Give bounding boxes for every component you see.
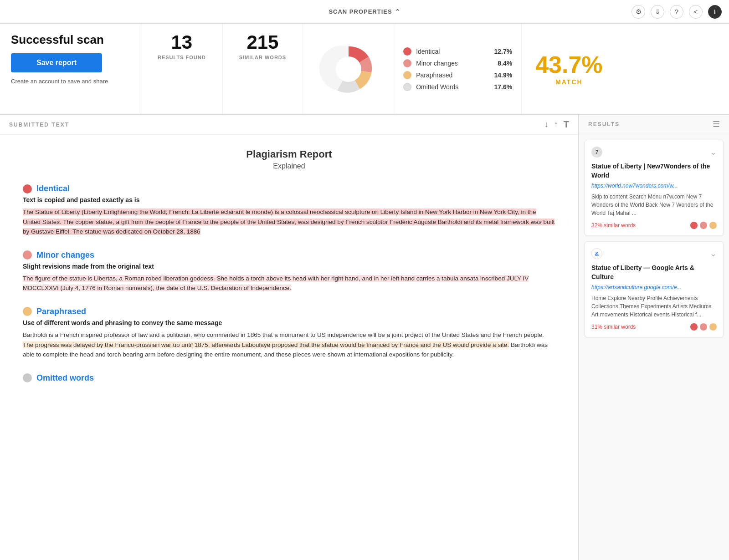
section-minor: Minor changes Slight revisions made from… — [23, 250, 555, 293]
result-dot-identical-2 — [690, 323, 698, 331]
results-title: RESULTS — [588, 121, 620, 127]
report-title: Plagiarism Report — [23, 148, 555, 160]
success-title: Successful scan — [11, 33, 130, 47]
section-paraphrased-header: Paraphrased — [23, 307, 555, 316]
identical-highlighted: The Statue of Liberty (Liberty Enlighten… — [23, 209, 554, 235]
pie-center — [336, 56, 361, 82]
pie-chart-section — [303, 24, 394, 114]
section-omitted: Omitted words — [23, 373, 555, 383]
alert-icon[interactable]: ! — [708, 5, 722, 19]
type-name-paraphrased: Paraphrased — [36, 307, 86, 316]
font-size-icon[interactable]: T — [564, 119, 569, 130]
settings-icon[interactable]: ⚙ — [631, 5, 645, 19]
dot-paraphrased — [23, 307, 32, 316]
legend-identical: Identical 12.7% — [403, 47, 512, 56]
top-bar: SCAN PROPERTIES ⌃ ⚙ ⇓ ? < ! — [0, 0, 729, 24]
filter-icon[interactable]: ☰ — [713, 119, 720, 129]
arrow-up-icon[interactable]: ↑ — [554, 120, 558, 129]
submitted-text-header: SUBMITTED TEXT ↓ ↑ T — [0, 115, 578, 135]
arrow-down-icon[interactable]: ↓ — [544, 120, 549, 129]
identical-text: The Statue of Liberty (Liberty Enlighten… — [23, 207, 555, 237]
result-dropdown-2[interactable]: ⌄ — [710, 249, 717, 259]
result-dot-paraphrased-1 — [709, 222, 717, 229]
type-name-minor: Minor changes — [36, 250, 94, 260]
legend-dot-identical — [403, 47, 411, 56]
match-percentage: 43.7% — [535, 53, 602, 76]
section-omitted-header: Omitted words — [23, 373, 555, 383]
result-card-2-header: & ⌄ — [591, 248, 717, 259]
stats-row: Successful scan Save report Create an ac… — [0, 24, 729, 115]
result-similarity-2: 31% similar words — [591, 324, 636, 330]
success-section: Successful scan Save report Create an ac… — [0, 24, 141, 114]
dot-minor — [23, 250, 32, 260]
dot-identical — [23, 184, 32, 193]
result-dots-1 — [690, 222, 717, 229]
section-paraphrased: Paraphrased Use of different words and p… — [23, 307, 555, 360]
help-icon[interactable]: ? — [670, 5, 683, 19]
type-name-omitted: Omitted words — [36, 373, 94, 383]
legend-label-omitted: Omitted Words — [416, 83, 489, 91]
results-found-number: 13 — [158, 33, 206, 52]
legend-pct-minor: 8.4% — [494, 60, 512, 67]
minor-text: The figure of the statue is Libertas, a … — [23, 274, 555, 293]
result-favicon-1: 7 — [591, 147, 602, 158]
match-section: 43.7% MATCH — [522, 24, 616, 114]
chevron-up-icon: ⌃ — [395, 8, 400, 15]
results-found-block: 13 RESULTS FOUND — [141, 24, 223, 114]
result-dot-paraphrased-2 — [709, 323, 717, 331]
result-title-1: Statue of Liberty | New7Wonders of the W… — [591, 162, 717, 180]
legend-label-minor: Minor changes — [416, 60, 489, 67]
legend-pct-identical: 12.7% — [494, 48, 512, 55]
top-bar-icons: ⚙ ⇓ ? < ! — [631, 5, 722, 19]
legend-dot-minor — [403, 59, 411, 67]
report-content: Plagiarism Report Explained Identical Te… — [0, 135, 578, 410]
section-identical: Identical Text is copied and pasted exac… — [23, 184, 555, 237]
results-found-label: RESULTS FOUND — [158, 55, 206, 60]
result-dot-minor-1 — [700, 222, 707, 229]
download-icon[interactable]: ⇓ — [651, 5, 664, 19]
paraphrased-text: Bartholdi is a French inspired professor… — [23, 330, 555, 360]
result-dot-minor-2 — [700, 323, 707, 331]
section-minor-header: Minor changes — [23, 250, 555, 260]
save-report-button[interactable]: Save report — [11, 53, 102, 72]
section-identical-header: Identical — [23, 184, 555, 193]
legend-label-identical: Identical — [416, 48, 489, 55]
legend-section: Identical 12.7% Minor changes 8.4% Parap… — [394, 24, 522, 114]
result-dropdown-1[interactable]: ⌄ — [710, 147, 717, 157]
result-card-1-header: 7 ⌄ — [591, 147, 717, 158]
minor-highlighted: The figure of the statue is Libertas, a … — [23, 275, 529, 292]
legend-pct-omitted: 17.6% — [494, 83, 512, 91]
results-header: RESULTS ☰ — [579, 115, 729, 134]
dot-omitted — [23, 373, 32, 382]
minor-desc: Slight revisions made from the original … — [23, 263, 555, 270]
result-footer-2: 31% similar words — [591, 323, 717, 331]
result-card-2: & ⌄ Statue of Liberty — Google Arts & Cu… — [585, 241, 724, 337]
similar-words-number: 215 — [239, 33, 286, 52]
result-snippet-1: Skip to content Search Menu n7w.com New … — [591, 193, 717, 217]
panel-nav-icons: ↓ ↑ T — [544, 119, 569, 130]
report-subtitle: Explained — [23, 162, 555, 170]
paraphrased-desc: Use of different words and phrasing to c… — [23, 319, 555, 326]
legend-pct-paraphrased: 14.9% — [494, 71, 512, 79]
pie-chart — [319, 40, 378, 99]
result-url-1[interactable]: https://world.new7wonders.com/w... — [591, 183, 717, 189]
scan-properties-label[interactable]: SCAN PROPERTIES ⌃ — [329, 8, 400, 15]
paraphrased-highlighted: The progress was delayed by the Franco-p… — [23, 341, 509, 348]
left-panel: SUBMITTED TEXT ↓ ↑ T Plagiarism Report E… — [0, 115, 579, 560]
result-url-2[interactable]: https://artsandculture.google.com/e... — [591, 284, 717, 290]
share-icon[interactable]: < — [689, 5, 703, 19]
legend-label-paraphrased: Paraphrased — [416, 71, 489, 79]
result-favicon-2: & — [591, 248, 602, 259]
type-name-identical: Identical — [36, 184, 70, 193]
legend-dot-omitted — [403, 83, 411, 91]
result-dot-identical-1 — [690, 222, 698, 229]
legend-omitted: Omitted Words 17.6% — [403, 83, 512, 91]
identical-desc: Text is copied and pasted exactly as is — [23, 196, 555, 204]
result-card-1: 7 ⌄ Statue of Liberty | New7Wonders of t… — [585, 140, 724, 236]
result-similarity-1: 32% similar words — [591, 222, 636, 229]
result-footer-1: 32% similar words — [591, 222, 717, 229]
result-title-2: Statue of Liberty — Google Arts & Cultur… — [591, 264, 717, 281]
similar-words-label: SIMILAR WORDS — [239, 55, 286, 60]
similar-words-block: 215 SIMILAR WORDS — [223, 24, 303, 114]
result-snippet-2: Home Explore Nearby Profile Achievements… — [591, 294, 717, 319]
